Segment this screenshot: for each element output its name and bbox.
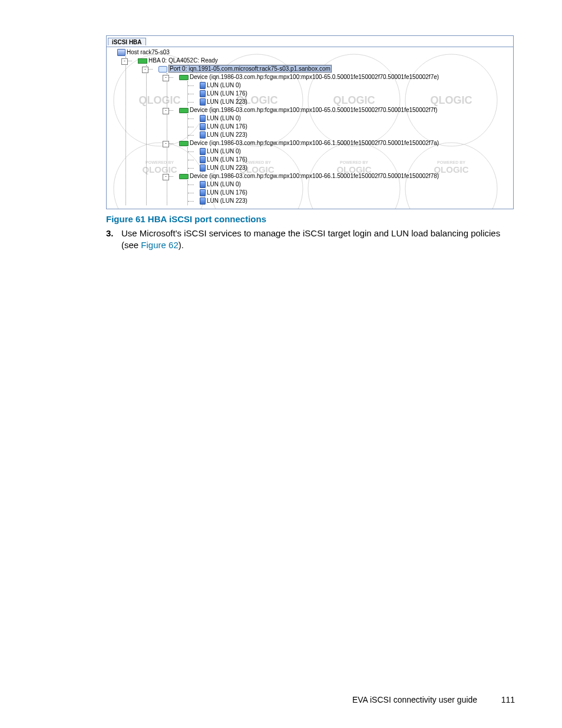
lun-icon <box>200 82 206 89</box>
host-icon <box>117 49 125 56</box>
tree-lun[interactable]: LUN (LUN 223) <box>207 164 247 171</box>
device-icon <box>179 141 189 146</box>
step-text: Use Microsoft's iSCSI services to manage… <box>121 228 509 251</box>
tree-hba[interactable]: HBA 0: QLA4052C: Ready <box>148 57 218 64</box>
tree-lun[interactable]: LUN (LUN 0) <box>207 82 241 88</box>
step-3: 3. Use Microsoft's iSCSI services to man… <box>106 228 509 251</box>
step-text-after: ). <box>178 240 184 250</box>
tree-device[interactable]: Device (iqn.1986-03.com.hp:fcgw.mpx100:m… <box>190 107 437 113</box>
lun-icon <box>200 164 206 172</box>
tree-toggle-icon[interactable]: - <box>163 174 169 180</box>
lun-icon <box>200 156 206 163</box>
tree-lun[interactable]: LUN (LUN 223) <box>207 197 247 204</box>
tree-device[interactable]: Device (iqn.1986-03.com.hp:fcgw.mpx100:m… <box>190 140 439 146</box>
tree-lun[interactable]: LUN (LUN 0) <box>207 115 241 121</box>
page-number: 111 <box>491 695 515 704</box>
figure-62-link[interactable]: Figure 62 <box>141 240 178 250</box>
tree-toggle-icon[interactable]: - <box>163 108 169 114</box>
lun-icon <box>200 90 206 97</box>
screenshot-panel: iSCSI HBA QLOGIC QLOGIC QLOGIC QLOGIC PO… <box>106 35 514 209</box>
lun-icon <box>200 123 206 130</box>
tree-lun[interactable]: LUN (LUN 176) <box>207 189 247 196</box>
device-icon <box>179 108 189 113</box>
tree-device[interactable]: Device (iqn.1986-03.com.hp:fcgw.mpx100:m… <box>190 74 439 80</box>
tree-lun[interactable]: LUN (LUN 223) <box>207 131 247 138</box>
figure-caption: Figure 61 HBA iSCSI port connections <box>106 214 515 224</box>
lun-icon <box>200 148 206 155</box>
tree-lun[interactable]: LUN (LUN 223) <box>207 98 247 105</box>
device-icon <box>179 174 189 179</box>
port-icon <box>158 66 167 73</box>
tree-lun[interactable]: LUN (LUN 176) <box>207 123 247 130</box>
tree-toggle-icon[interactable]: - <box>142 67 148 73</box>
lun-icon <box>200 115 206 122</box>
lun-icon <box>200 189 206 196</box>
tree-lun[interactable]: LUN (LUN 176) <box>207 156 247 163</box>
lun-icon <box>200 197 206 205</box>
tab-iscsi-hba[interactable]: iSCSI HBA <box>108 38 146 45</box>
hba-icon <box>138 58 147 64</box>
step-number: 3. <box>106 228 121 251</box>
tree-port-selected[interactable]: Port 0: iqn.1991-05.com.microsoft:rack75… <box>168 65 332 73</box>
lun-icon <box>200 131 206 139</box>
tree-toggle-icon[interactable]: - <box>121 58 128 65</box>
device-icon <box>179 75 189 80</box>
tree-host[interactable]: Host rack75-s03 <box>127 49 170 55</box>
lun-icon <box>200 98 206 106</box>
footer-title: EVA iSCSI connectivity user guide <box>352 695 477 704</box>
tree-view[interactable]: QLOGIC QLOGIC QLOGIC QLOGIC POWERED BY P… <box>107 47 513 209</box>
page-footer: EVA iSCSI connectivity user guide 111 <box>352 695 515 704</box>
tree-device[interactable]: Device (iqn.1986-03.com.hp:fcgw.mpx100:m… <box>190 173 439 179</box>
lun-icon <box>200 181 206 188</box>
tree-toggle-icon[interactable]: - <box>163 75 169 81</box>
tree-lun[interactable]: LUN (LUN 176) <box>207 90 247 97</box>
tree-toggle-icon[interactable]: - <box>163 141 169 147</box>
tree-lun[interactable]: LUN (LUN 0) <box>207 181 241 187</box>
tree-lun[interactable]: LUN (LUN 0) <box>207 148 241 154</box>
